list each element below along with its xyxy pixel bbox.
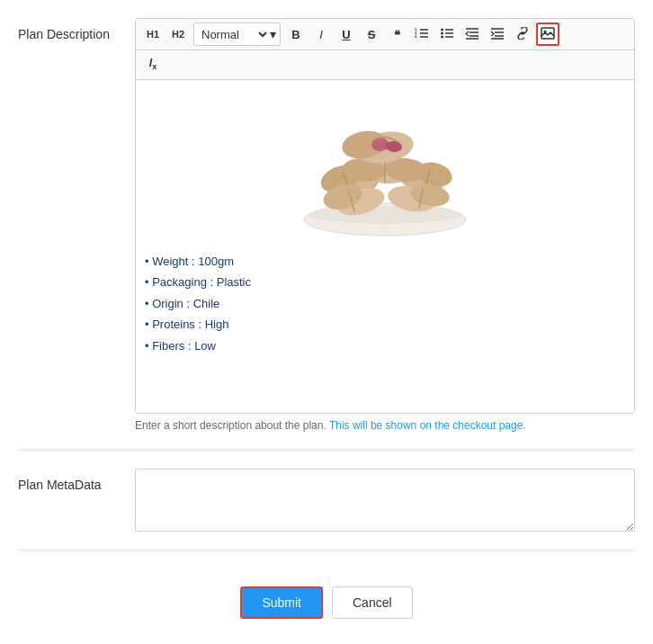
list-item: Origin : Chile: [145, 293, 625, 314]
editor-toolbar-row1: H1 H2 Normal Heading 1 Heading 2 Heading…: [136, 19, 634, 50]
help-text-highlight: This will be shown on the checkout page.: [329, 419, 526, 432]
unordered-list-icon: [440, 27, 454, 42]
svg-point-9: [441, 28, 443, 31]
indent-increase-button[interactable]: [486, 22, 509, 46]
rich-text-editor: H1 H2 Normal Heading 1 Heading 2 Heading…: [135, 18, 635, 414]
list-item: Packaging : Plastic: [145, 272, 625, 292]
plan-description-row: Plan Description H1 H2 Normal Heading 1 …: [18, 18, 635, 451]
plan-metadata-row: Plan MetaData: [18, 469, 635, 550]
italic-icon: I: [319, 28, 323, 41]
metadata-textarea[interactable]: [135, 469, 635, 532]
strikethrough-icon: S: [368, 28, 376, 41]
plan-metadata-label: Plan MetaData: [18, 469, 135, 492]
ordered-list-button[interactable]: 1.2.3.: [410, 22, 434, 46]
svg-text:3.: 3.: [415, 34, 417, 39]
bold-icon: B: [291, 28, 300, 41]
format-select[interactable]: Normal Heading 1 Heading 2 Heading 3: [198, 27, 270, 42]
italic-button[interactable]: I: [309, 22, 333, 46]
peanut-image-container: [145, 89, 625, 237]
svg-point-10: [441, 31, 443, 34]
list-item: Proteins : High: [145, 314, 625, 335]
clear-format-button[interactable]: Ix: [141, 52, 165, 76]
editor-content-area[interactable]: Weight : 100gmPackaging : PlasticOrigin …: [136, 80, 634, 413]
form-buttons: Submit Cancel: [18, 577, 635, 619]
unordered-list-button[interactable]: [435, 22, 459, 46]
help-text-before: Enter a short description about the plan…: [135, 419, 329, 432]
svg-point-45: [371, 178, 373, 181]
link-button[interactable]: [511, 22, 534, 46]
indent-decrease-icon: [465, 27, 479, 42]
clear-format-icon: Ix: [149, 57, 157, 71]
h1-button[interactable]: H1: [141, 22, 165, 46]
bold-button[interactable]: B: [284, 22, 308, 46]
indent-decrease-button[interactable]: [461, 22, 484, 46]
link-icon: [515, 27, 530, 42]
plan-description-field: H1 H2 Normal Heading 1 Heading 2 Heading…: [135, 18, 635, 432]
svg-point-11: [441, 35, 443, 38]
peanut-bowl-image: [291, 89, 479, 237]
svg-point-47: [357, 196, 360, 199]
strikethrough-button[interactable]: S: [360, 22, 383, 46]
submit-button[interactable]: Submit: [240, 586, 323, 619]
cancel-button[interactable]: Cancel: [332, 586, 413, 619]
editor-toolbar-row2: Ix: [136, 50, 634, 80]
underline-icon: U: [342, 28, 350, 41]
svg-point-46: [398, 174, 400, 176]
format-select-wrap[interactable]: Normal Heading 1 Heading 2 Heading 3 ▾: [193, 22, 281, 46]
image-button[interactable]: [536, 22, 559, 46]
svg-point-23: [309, 206, 461, 224]
plan-description-label: Plan Description: [18, 18, 135, 41]
quote-button[interactable]: ❝: [385, 22, 408, 46]
ordered-list-icon: 1.2.3.: [415, 27, 429, 42]
help-text: Enter a short description about the plan…: [135, 419, 635, 432]
chevron-down-icon: ▾: [270, 27, 276, 41]
quote-icon: ❝: [394, 28, 400, 41]
h2-button[interactable]: H2: [166, 22, 190, 46]
list-item: Fibers : Low: [145, 335, 625, 356]
underline-button[interactable]: U: [335, 22, 358, 46]
list-item: Weight : 100gm: [145, 251, 625, 272]
product-details-list: Weight : 100gmPackaging : PlasticOrigin …: [145, 251, 625, 356]
image-icon: [541, 27, 555, 42]
indent-increase-icon: [490, 27, 505, 42]
